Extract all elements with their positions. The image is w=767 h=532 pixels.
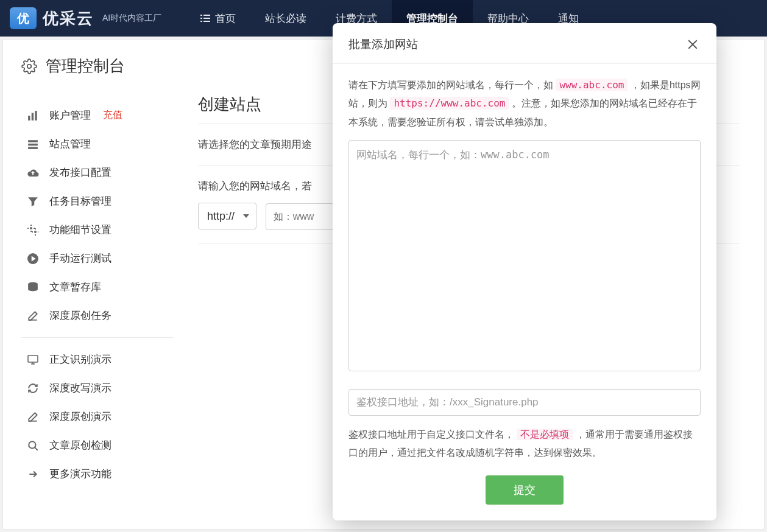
sidebar-item-account[interactable]: 账户管理 充值: [21, 101, 174, 130]
domains-textarea[interactable]: [348, 140, 701, 371]
database-icon: [26, 281, 40, 294]
modal-code-sample: www.abc.com: [556, 79, 627, 91]
modal-title: 批量添加网站: [348, 37, 418, 52]
modal-note-warn: 不是必填项: [517, 429, 573, 440]
sidebar-item-label: 发布接口配置: [49, 166, 111, 180]
modal-note-text: 鉴权接口地址用于自定义接口文件名，: [348, 429, 514, 439]
svg-point-6: [27, 64, 32, 68]
rows-icon: [26, 138, 40, 151]
close-icon[interactable]: [685, 37, 701, 52]
auth-url-input[interactable]: [348, 389, 701, 416]
brand-name: 优采云: [43, 8, 94, 29]
sidebar-item-label: 正文识别演示: [49, 352, 111, 366]
sidebar-item-sites[interactable]: 站点管理: [21, 130, 174, 158]
sidebar-item-tasks[interactable]: 任务目标管理: [21, 187, 174, 215]
sidebar: 账户管理 充值 站点管理 发布接口配置 任务目标管理: [9, 88, 180, 502]
sidebar-item-label: 功能细节设置: [49, 223, 111, 237]
cloud-upload-icon: [26, 166, 40, 180]
modal-description: 请在下方填写要添加的网站域名，每行一个，如 www.abc.com ，如果是ht…: [348, 76, 701, 131]
brand-logo: 优: [10, 7, 37, 29]
brand: 优 优采云 AI时代内容工厂: [10, 7, 161, 29]
svg-rect-7: [28, 116, 30, 121]
protocol-select[interactable]: http://: [198, 203, 256, 229]
submit-button[interactable]: 提交: [486, 475, 564, 505]
sidebar-item-demo-original[interactable]: 深度原创演示: [21, 402, 174, 431]
share-icon: [26, 467, 40, 481]
sidebar-item-demo-extract[interactable]: 正文识别演示: [21, 345, 174, 374]
modal-header: 批量添加网站: [333, 23, 716, 64]
edit-icon: [26, 309, 40, 323]
edit-icon: [26, 410, 40, 424]
svg-point-13: [30, 227, 32, 229]
svg-rect-12: [28, 147, 38, 149]
svg-rect-4: [200, 21, 202, 22]
nav-home[interactable]: 首页: [186, 0, 250, 37]
sidebar-item-demo-check[interactable]: 文章原创检测: [21, 431, 174, 460]
filter-icon: [26, 195, 40, 208]
nav-label: 首页: [215, 12, 236, 26]
nav-webmaster[interactable]: 站长必读: [250, 0, 321, 37]
sidebar-item-demo-rewrite[interactable]: 深度改写演示: [21, 374, 174, 402]
svg-rect-3: [203, 18, 210, 19]
page-title: 管理控制台: [46, 55, 125, 77]
svg-rect-8: [32, 113, 34, 120]
sidebar-item-label: 文章原创检测: [49, 438, 111, 452]
svg-rect-11: [28, 143, 38, 145]
sidebar-item-publish[interactable]: 发布接口配置: [21, 158, 174, 187]
sidebar-item-label: 文章暂存库: [49, 280, 101, 294]
brand-tagline: AI时代内容工厂: [102, 13, 161, 24]
sidebar-item-label: 深度原创演示: [49, 410, 111, 424]
sidebar-group-1: 账户管理 充值 站点管理 发布接口配置 任务目标管理: [21, 94, 174, 338]
modal-code-sample: https://www.abc.com: [390, 97, 509, 110]
gear-icon: [21, 58, 37, 74]
list-icon: [200, 13, 210, 23]
chart-icon: [26, 109, 40, 122]
sidebar-item-label: 深度原创任务: [49, 309, 111, 323]
sidebar-item-run[interactable]: 手动运行测试: [21, 244, 174, 273]
modal-body: 请在下方填写要添加的网站域名，每行一个，如 www.abc.com ，如果是ht…: [333, 64, 716, 520]
refresh-icon: [26, 382, 40, 395]
search-icon: [26, 439, 40, 452]
svg-rect-2: [200, 18, 202, 19]
svg-rect-5: [203, 21, 210, 22]
play-circle-icon: [26, 252, 40, 265]
cogs-icon: [26, 223, 40, 237]
svg-rect-9: [35, 111, 37, 121]
sidebar-item-label: 任务目标管理: [49, 194, 111, 208]
svg-rect-0: [200, 15, 202, 16]
sidebar-item-label: 更多演示功能: [49, 467, 111, 481]
sidebar-group-2: 正文识别演示 深度改写演示 深度原创演示 文章原创检测: [21, 338, 174, 495]
svg-point-18: [29, 441, 35, 448]
recharge-badge: 充值: [103, 109, 122, 122]
svg-rect-1: [203, 15, 210, 16]
sidebar-item-label: 账户管理: [49, 108, 91, 122]
sidebar-item-label: 手动运行测试: [49, 251, 111, 265]
svg-rect-17: [28, 355, 38, 362]
sidebar-item-deep-task[interactable]: 深度原创任务: [21, 301, 174, 330]
sidebar-item-label: 站点管理: [49, 137, 91, 151]
monitor-icon: [26, 353, 40, 366]
nav-label: 站长必读: [265, 12, 306, 26]
sidebar-item-label: 深度改写演示: [49, 381, 111, 395]
sidebar-item-storage[interactable]: 文章暂存库: [21, 273, 174, 301]
svg-point-14: [34, 231, 37, 233]
svg-rect-10: [28, 140, 38, 142]
sidebar-item-demo-more[interactable]: 更多演示功能: [21, 460, 174, 488]
modal-note: 鉴权接口地址用于自定义接口文件名， 不是必填项 ，通常用于需要通用鉴权接口的用户…: [348, 425, 701, 463]
modal-desc-text: 请在下方填写要添加的网站域名，每行一个，如: [348, 80, 556, 90]
sidebar-item-settings[interactable]: 功能细节设置: [21, 215, 174, 244]
modal-batch-add: 批量添加网站 请在下方填写要添加的网站域名，每行一个，如 www.abc.com…: [333, 23, 716, 520]
